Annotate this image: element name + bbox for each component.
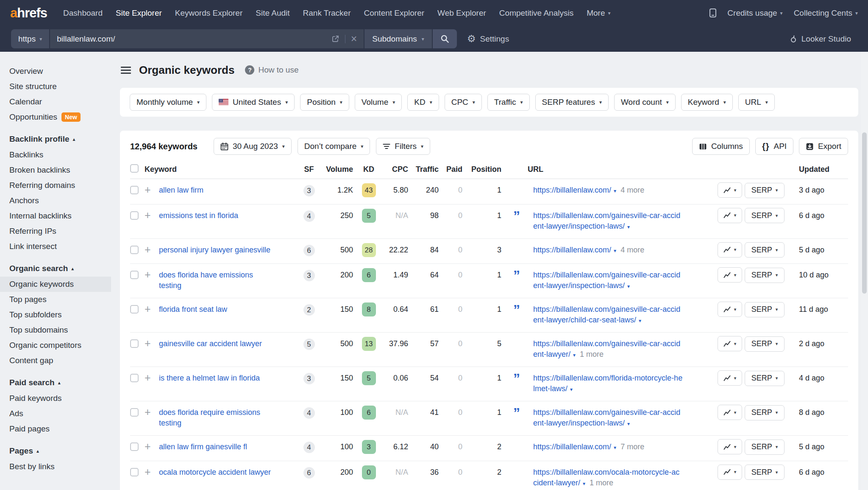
column-header-sf[interactable]: SF — [294, 165, 324, 174]
search-button[interactable] — [433, 29, 457, 48]
sidebar-item-organic-competitors[interactable]: Organic competitors — [0, 338, 111, 353]
more-urls-link[interactable]: 4 more — [620, 186, 644, 194]
sidebar-section-pages[interactable]: Pages▴ — [0, 443, 111, 459]
row-checkbox[interactable] — [130, 305, 139, 314]
add-keyword-icon[interactable]: + — [145, 304, 159, 314]
url-chevron-down-icon[interactable]: ▾ — [573, 352, 576, 358]
sidebar-item-opportunities[interactable]: OpportunitiesNew — [0, 109, 111, 125]
add-keyword-icon[interactable]: + — [145, 245, 159, 254]
scrollbar[interactable] — [861, 52, 868, 490]
keyword-link[interactable]: allen law firm gainesville fl — [159, 442, 247, 451]
column-header-keyword[interactable]: Keyword — [145, 165, 294, 174]
sidebar-item-site-structure[interactable]: Site structure — [0, 79, 111, 94]
sidebar-item-top-subdomains[interactable]: Top subdomains — [0, 322, 111, 338]
more-urls-link[interactable]: 1 more — [580, 350, 604, 358]
url-link[interactable]: https://billallenlaw.com/ — [533, 186, 611, 194]
filter-word-count[interactable]: Word count▾ — [614, 94, 676, 111]
add-keyword-icon[interactable]: + — [145, 339, 159, 348]
add-keyword-icon[interactable]: + — [145, 442, 159, 451]
nav-item-site-explorer[interactable]: Site Explorer — [116, 8, 162, 18]
filter-cpc[interactable]: CPC▾ — [445, 94, 482, 111]
position-history-button[interactable]: ▾ — [718, 182, 742, 198]
url-chevron-down-icon[interactable]: ▾ — [570, 386, 573, 392]
row-checkbox[interactable] — [130, 442, 139, 451]
nav-item-site-audit[interactable]: Site Audit — [256, 8, 289, 18]
url-chevron-down-icon[interactable]: ▾ — [614, 188, 616, 194]
filter-united-states[interactable]: United States▾ — [212, 94, 295, 111]
row-checkbox[interactable] — [130, 211, 139, 220]
sidebar-section-backlink-profile[interactable]: Backlink profile▴ — [0, 131, 111, 147]
looker-studio-link[interactable]: Looker Studio — [789, 34, 851, 44]
position-history-button[interactable]: ▾ — [718, 465, 742, 480]
column-header-url[interactable]: URL — [501, 165, 789, 174]
filter-volume[interactable]: Volume▾ — [355, 94, 402, 111]
position-history-button[interactable]: ▾ — [718, 439, 742, 454]
url-link[interactable]: https://billallenlaw.com/gainesville-car… — [533, 408, 680, 427]
keyword-link[interactable]: gainesville car accident lawyer — [159, 339, 262, 348]
column-header-traffic[interactable]: Traffic — [408, 165, 439, 174]
keyword-link[interactable]: does florida have emissions testing — [159, 271, 253, 290]
ahrefs-logo[interactable]: ahrefs — [10, 6, 47, 21]
nav-item-collecting-cents[interactable]: Collecting Cents▾ — [794, 8, 858, 18]
serp-button[interactable]: SERP▾ — [745, 242, 785, 258]
keyword-link[interactable]: does florida require emissions testing — [159, 408, 260, 427]
tablet-icon[interactable] — [709, 8, 716, 17]
column-header-updated[interactable]: Updated — [789, 165, 848, 174]
sidebar-item-paid-pages[interactable]: Paid pages — [0, 421, 111, 437]
sidebar-item-anchors[interactable]: Anchors — [0, 193, 111, 208]
url-chevron-down-icon[interactable]: ▾ — [614, 248, 616, 254]
sidebar-item-broken-backlinks[interactable]: Broken backlinks — [0, 162, 111, 178]
add-keyword-icon[interactable]: + — [145, 373, 159, 382]
serp-button[interactable]: SERP▾ — [745, 268, 785, 283]
nav-item-credits-usage[interactable]: Credits usage▾ — [727, 8, 782, 18]
sidebar-item-top-subfolders[interactable]: Top subfolders — [0, 307, 111, 322]
filter-serp-features[interactable]: SERP features▾ — [535, 94, 609, 111]
filters-button[interactable]: Filters ▾ — [376, 138, 430, 155]
nav-item-keywords-explorer[interactable]: Keywords Explorer — [175, 8, 242, 18]
more-urls-link[interactable]: 4 more — [620, 246, 644, 254]
sidebar-item-best-by-links[interactable]: Best by links — [0, 459, 111, 474]
url-link[interactable]: https://billallenlaw.com/florida-motorcy… — [533, 374, 682, 393]
serp-button[interactable]: SERP▾ — [745, 371, 785, 386]
serp-button[interactable]: SERP▾ — [745, 405, 785, 420]
filter-kd[interactable]: KD▾ — [407, 94, 439, 111]
url-link[interactable]: https://billallenlaw.com/ — [533, 246, 611, 254]
nav-item-web-explorer[interactable]: Web Explorer — [437, 8, 486, 18]
more-urls-link[interactable]: 1 more — [590, 479, 613, 487]
position-history-button[interactable]: ▾ — [718, 267, 742, 283]
url-link[interactable]: https://billallenlaw.com/gainesville-car… — [533, 211, 680, 230]
keyword-link[interactable]: emissions test in florida — [159, 211, 238, 220]
row-checkbox[interactable] — [130, 408, 139, 417]
url-link[interactable]: https://billallenlaw.com/gainesville-car… — [533, 271, 680, 290]
add-keyword-icon[interactable]: + — [145, 270, 159, 279]
nav-item-content-explorer[interactable]: Content Explorer — [364, 8, 425, 18]
api-button[interactable]: {} API — [755, 138, 793, 155]
keyword-link[interactable]: allen law firm — [159, 186, 203, 194]
row-checkbox[interactable] — [130, 186, 139, 194]
position-history-button[interactable]: ▾ — [718, 242, 742, 258]
add-keyword-icon[interactable]: + — [145, 210, 159, 220]
add-keyword-icon[interactable]: + — [145, 467, 159, 476]
target-url-field[interactable]: billallenlaw.com/ × — [50, 29, 364, 48]
protocol-select[interactable]: https ▾ — [11, 29, 49, 48]
serp-button[interactable]: SERP▾ — [745, 336, 785, 352]
add-keyword-icon[interactable]: + — [145, 407, 159, 417]
column-header-volume[interactable]: Volume — [324, 165, 353, 174]
position-history-button[interactable]: ▾ — [718, 302, 742, 317]
keyword-link[interactable]: ocala motorcycle accident lawyer — [159, 468, 271, 476]
nav-item-dashboard[interactable]: Dashboard — [63, 8, 103, 18]
position-history-button[interactable]: ▾ — [718, 336, 742, 351]
row-checkbox[interactable] — [130, 246, 139, 254]
url-chevron-down-icon[interactable]: ▾ — [627, 224, 630, 230]
sidebar-item-calendar[interactable]: Calendar — [0, 94, 111, 109]
select-all-checkbox[interactable] — [130, 164, 139, 173]
filter-monthly-volume[interactable]: Monthly volume▾ — [130, 94, 206, 111]
sidebar-section-organic-search[interactable]: Organic search▴ — [0, 260, 111, 277]
sidebar-item-organic-keywords[interactable]: Organic keywords — [0, 277, 111, 292]
position-history-button[interactable]: ▾ — [718, 370, 742, 386]
how-to-use-link[interactable]: ? How to use — [245, 65, 298, 75]
row-checkbox[interactable] — [130, 271, 139, 279]
position-history-button[interactable]: ▾ — [718, 208, 742, 223]
keyword-link[interactable]: personal injury lawyer gainesville — [159, 246, 270, 254]
compare-select[interactable]: Don’t compare ▾ — [298, 138, 370, 155]
